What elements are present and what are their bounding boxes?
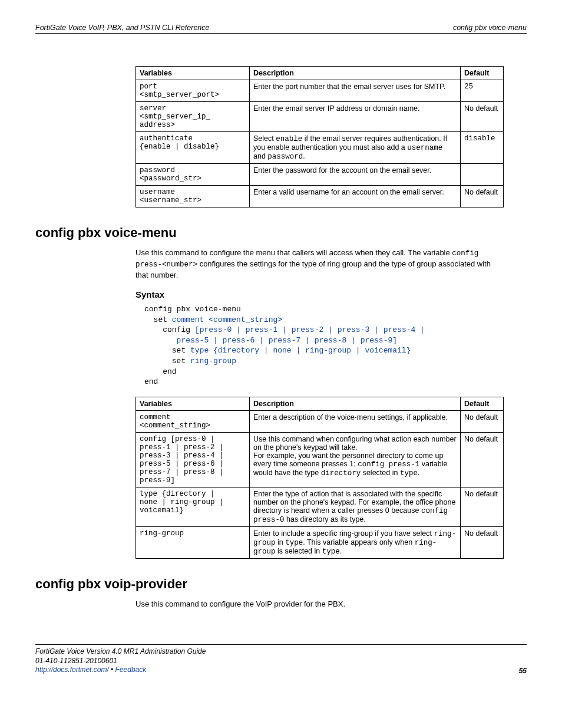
cell-description: Enter the type of action that is associa…	[250, 487, 461, 526]
page-number: 55	[519, 667, 527, 675]
footer-sep: •	[109, 666, 115, 674]
cell-default: No default	[461, 102, 504, 132]
cell-default: 25	[461, 80, 504, 102]
th-default: Default	[461, 67, 504, 80]
table-row: password<password_str>Enter the password…	[136, 164, 504, 186]
footer-line2: 01-410-112851-20100601	[35, 657, 117, 665]
section-intro-2: Use this command to configure the VoIP p…	[135, 599, 501, 610]
footer-link-docs[interactable]: http://docs.fortinet.com/	[35, 666, 109, 674]
table-row: config [press-0 |press-1 | press-2 |pres…	[136, 432, 504, 487]
section-title-voice-menu: config pbx voice-menu	[35, 225, 527, 241]
cell-default: No default	[461, 186, 504, 207]
header-right: config pbx voice-menu	[453, 24, 527, 32]
syntax-heading: Syntax	[135, 289, 527, 299]
cell-description: Enter to include a specific ring-group i…	[250, 526, 461, 558]
syntax-block: config pbx voice-menu set comment <comme…	[144, 304, 527, 387]
footer-line1: FortiGate Voice Version 4.0 MR1 Administ…	[35, 647, 206, 655]
cell-description: Enter a valid username for an account on…	[250, 186, 461, 207]
variables-table-1: Variables Description Default port<smtp_…	[135, 66, 504, 207]
cell-default: No default	[461, 410, 504, 432]
table-row: ring-groupEnter to include a specific ri…	[136, 526, 504, 558]
cell-description: Use this command when configuring what a…	[250, 432, 461, 487]
page-footer: FortiGate Voice Version 4.0 MR1 Administ…	[35, 644, 527, 675]
cell-default: No default	[461, 526, 504, 558]
cell-variable: comment<comment_string>	[136, 410, 250, 432]
cell-description: Enter a description of the voice-menu se…	[250, 410, 461, 432]
cell-variable: authenticate{enable | disable}	[136, 132, 250, 164]
table-row: server<smtp_server_ip_address>Enter the …	[136, 102, 504, 132]
cell-variable: type {directory |none | ring-group |voic…	[136, 487, 250, 526]
th-variables: Variables	[136, 397, 250, 410]
header-left: FortiGate Voice VoIP, PBX, and PSTN CLI …	[35, 24, 210, 32]
variables-table-2: Variables Description Default comment<co…	[135, 397, 504, 559]
cell-default	[461, 164, 504, 186]
cell-default: No default	[461, 432, 504, 487]
cell-description: Select enable if the email server requir…	[250, 132, 461, 164]
cell-default: disable	[461, 132, 504, 164]
cell-variable: server<smtp_server_ip_address>	[136, 102, 250, 132]
cell-variable: config [press-0 |press-1 | press-2 |pres…	[136, 432, 250, 487]
section-intro: Use this command to configure the menu t…	[135, 248, 501, 280]
table-row: port<smtp_server_port>Enter the port num…	[136, 80, 504, 102]
table-row: type {directory |none | ring-group |voic…	[136, 487, 504, 526]
th-description: Description	[250, 67, 461, 80]
cell-default: No default	[461, 487, 504, 526]
cell-description: Enter the port number that the email ser…	[250, 80, 461, 102]
cell-description: Enter the password for the account on th…	[250, 164, 461, 186]
cell-variable: password<password_str>	[136, 164, 250, 186]
table-row: authenticate{enable | disable}Select ena…	[136, 132, 504, 164]
table-row: comment<comment_string>Enter a descripti…	[136, 410, 504, 432]
cell-variable: username<username_str>	[136, 186, 250, 207]
cell-description: Enter the email server IP address or dom…	[250, 102, 461, 132]
table-row: username<username_str>Enter a valid user…	[136, 186, 504, 207]
cell-variable: ring-group	[136, 526, 250, 558]
page-header: FortiGate Voice VoIP, PBX, and PSTN CLI …	[35, 24, 527, 34]
th-default: Default	[461, 397, 504, 410]
footer-link-feedback[interactable]: Feedback	[115, 666, 147, 674]
th-variables: Variables	[136, 67, 250, 80]
th-description: Description	[250, 397, 461, 410]
cell-variable: port<smtp_server_port>	[136, 80, 250, 102]
section-title-voip-provider: config pbx voip-provider	[35, 577, 527, 592]
